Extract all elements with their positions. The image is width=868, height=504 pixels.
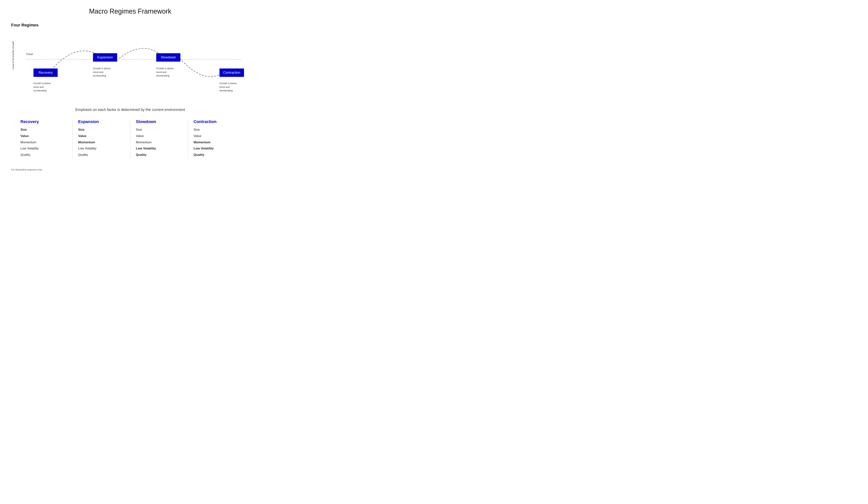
slowdown-momentum: Momentum [136,140,182,144]
expansion-desc: Growth is abovetrend andaccelerating [93,67,111,78]
trend-label: Trend [26,53,33,56]
recovery-box: Recovery [33,69,58,77]
regime-diagram: Level of Economic Growth Trend Recovery … [11,33,249,102]
factor-col-slowdown: Slowdown Size Value Momentum Low Volatil… [131,119,188,159]
recovery-size: Size [20,128,67,132]
factors-grid: Recovery Size Value Momentum Low Volatil… [11,119,249,159]
contraction-box: Contraction [219,69,244,77]
slowdown-box: Slowdown [156,53,180,62]
factor-col-title-contraction: Contraction [194,119,240,124]
slowdown-quality: Quality [136,153,182,157]
expansion-low-vol: Low Volatility [78,146,124,151]
factor-col-title-expansion: Expansion [78,119,124,124]
expansion-quality: Quality [78,153,124,157]
factor-col-recovery: Recovery Size Value Momentum Low Volatil… [15,119,72,159]
four-regimes-label: Four Regimes [11,23,249,28]
factor-col-contraction: Contraction Size Value Momentum Low Vola… [188,119,246,159]
recovery-value: Value [20,134,67,138]
contraction-low-vol: Low Volatility [194,146,240,151]
recovery-low-vol: Low Volatility [20,146,67,151]
contraction-momentum: Momentum [194,140,240,144]
factor-col-expansion: Expansion Size Value Momentum Low Volati… [73,119,130,159]
page-title: Macro Regimes Framework [11,8,249,15]
footnote: For illustrative purposes only. [11,168,249,171]
y-axis-label: Level of Economic Growth [12,66,14,69]
recovery-desc: Growth is belowtrend andaccelerating [33,81,51,92]
slowdown-desc: Growth is abovetrend anddecelerating [156,67,174,78]
contraction-desc: Growth is belowtrend anddecelerating [219,81,237,92]
contraction-size: Size [194,128,240,132]
factor-col-title-recovery: Recovery [20,119,67,124]
contraction-quality: Quality [194,153,240,157]
recovery-momentum: Momentum [20,140,67,144]
factor-col-title-slowdown: Slowdown [136,119,182,124]
slowdown-low-vol: Low Volatility [136,146,182,151]
emphasis-text: Emphasis on each factor is determined by… [11,108,249,112]
expansion-box: Expansion [93,53,117,62]
expansion-momentum: Momentum [78,140,124,144]
recovery-quality: Quality [20,153,67,157]
expansion-value: Value [78,134,124,138]
contraction-value: Value [194,134,240,138]
expansion-size: Size [78,128,124,132]
slowdown-size: Size [136,128,182,132]
slowdown-value: Value [136,134,182,138]
